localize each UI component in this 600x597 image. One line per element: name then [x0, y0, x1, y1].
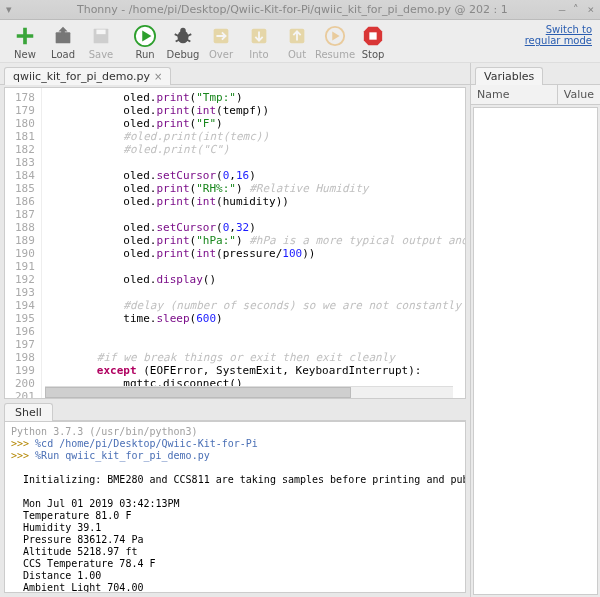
- scrollbar-thumb[interactable]: [45, 387, 351, 398]
- resume-icon: [323, 24, 347, 48]
- editor-tab-label: qwiic_kit_for_pi_demo.py: [13, 70, 150, 83]
- variables-tab[interactable]: Variables: [475, 67, 543, 85]
- variables-header: Name Value: [471, 85, 600, 105]
- switch-mode-link[interactable]: Switch toregular mode: [525, 24, 592, 46]
- plus-icon: [13, 24, 37, 48]
- play-icon: [133, 24, 157, 48]
- svg-line-9: [187, 40, 191, 42]
- bug-icon: [171, 24, 195, 48]
- variables-col-name[interactable]: Name: [471, 85, 558, 104]
- variables-panel: Variables Name Value: [470, 63, 600, 597]
- toolbar: New Load Save Run Debug Over Into: [0, 20, 600, 63]
- shell-tab[interactable]: Shell: [4, 403, 53, 421]
- stop-button[interactable]: Stop: [354, 24, 392, 60]
- svg-point-5: [180, 28, 186, 34]
- variables-body: [473, 107, 598, 595]
- shell-panel: Shell Python 3.7.3 (/usr/bin/python3) >>…: [4, 401, 466, 593]
- run-button[interactable]: Run: [126, 24, 164, 60]
- minimize-icon[interactable]: –: [559, 3, 566, 16]
- window-titlebar: ▾ Thonny - /home/pi/Desktop/Qwiic-Kit-fo…: [0, 0, 600, 20]
- app-menu-icon[interactable]: ▾: [6, 3, 26, 16]
- resume-button: Resume: [316, 24, 354, 60]
- save-icon: [89, 24, 113, 48]
- maximize-icon[interactable]: ˄: [573, 3, 579, 16]
- step-out-button: Out: [278, 24, 316, 60]
- step-over-button: Over: [202, 24, 240, 60]
- main-area: qwiic_kit_for_pi_demo.py × 1781791801811…: [0, 63, 600, 597]
- left-pane: qwiic_kit_for_pi_demo.py × 1781791801811…: [0, 63, 470, 597]
- editor-tab[interactable]: qwiic_kit_for_pi_demo.py ×: [4, 67, 171, 85]
- svg-line-8: [176, 40, 180, 42]
- step-into-icon: [247, 24, 271, 48]
- code-area[interactable]: oled.print("Tmp:") oled.print(int(tempf)…: [42, 88, 465, 398]
- variables-tabbar: Variables: [471, 63, 600, 85]
- close-icon[interactable]: ×: [587, 3, 594, 16]
- stop-icon: [361, 24, 385, 48]
- code-editor[interactable]: 1781791801811821831841851861871881891901…: [4, 87, 466, 399]
- load-button[interactable]: Load: [44, 24, 82, 60]
- step-out-icon: [285, 24, 309, 48]
- line-gutter: 1781791801811821831841851861871881891901…: [5, 88, 42, 398]
- debug-button[interactable]: Debug: [164, 24, 202, 60]
- svg-line-7: [188, 34, 192, 36]
- save-button: Save: [82, 24, 120, 60]
- step-into-button: Into: [240, 24, 278, 60]
- shell-output[interactable]: Python 3.7.3 (/usr/bin/python3) >>> %cd …: [4, 421, 466, 593]
- load-icon: [51, 24, 75, 48]
- svg-line-6: [175, 34, 179, 36]
- editor-hscrollbar[interactable]: [45, 386, 453, 398]
- variables-col-value[interactable]: Value: [558, 85, 600, 104]
- svg-rect-2: [96, 30, 105, 35]
- shell-tabbar: Shell: [4, 401, 466, 421]
- window-title: Thonny - /home/pi/Desktop/Qwiic-Kit-for-…: [26, 3, 559, 16]
- close-tab-icon[interactable]: ×: [154, 71, 162, 82]
- step-over-icon: [209, 24, 233, 48]
- new-button[interactable]: New: [6, 24, 44, 60]
- editor-tabbar: qwiic_kit_for_pi_demo.py ×: [0, 63, 470, 85]
- svg-rect-15: [369, 32, 376, 39]
